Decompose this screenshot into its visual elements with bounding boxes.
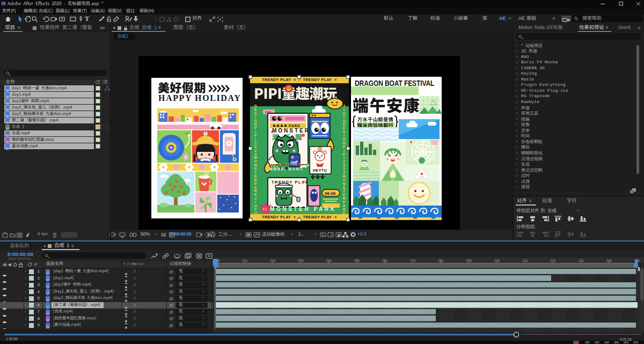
svg-text:#1: #1 [262, 207, 267, 211]
svg-text:06-06: 06-06 [325, 191, 336, 196]
svg-text:HEYTU: HEYTU [313, 169, 327, 172]
svg-text:MONSTER: MONSTER [272, 128, 310, 134]
svg-text:PARK: PARK [289, 124, 301, 128]
